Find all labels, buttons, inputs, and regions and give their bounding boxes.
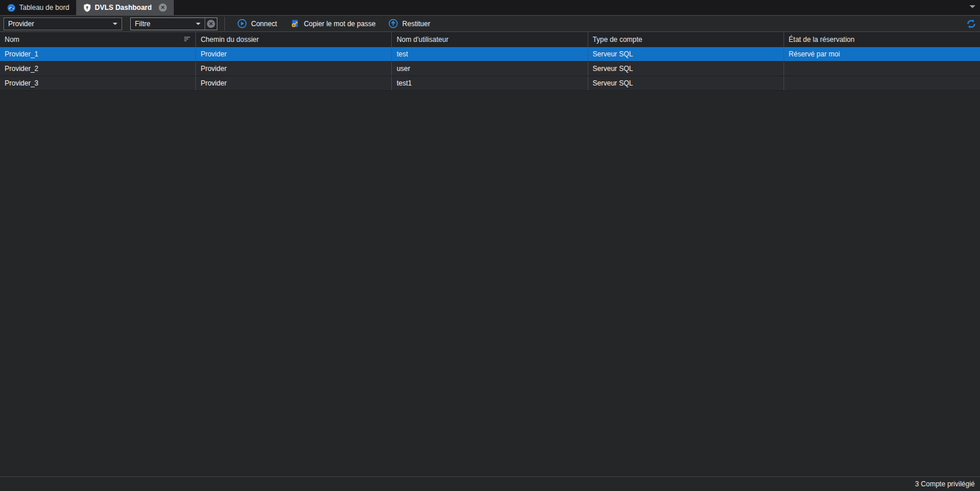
cell-nom: Provider_1 <box>0 47 196 61</box>
table-header: Nom Chemin du dossier Nom d'utilisateur … <box>0 32 980 47</box>
cell-type: Serveur SQL <box>588 62 784 76</box>
clear-icon[interactable]: ✕ <box>207 20 215 28</box>
cell-utilisateur: test <box>392 47 588 61</box>
toolbar: Provider Filtre ✕ Connect <box>0 15 980 32</box>
tab-tableau-de-bord[interactable]: Tableau de bord <box>0 0 76 15</box>
table-row[interactable]: Provider_1ProvidertestServeur SQLRéservé… <box>0 47 980 62</box>
checkin-label: Restituer <box>402 20 430 28</box>
refresh-icon[interactable] <box>966 19 977 29</box>
copy-password-button[interactable]: Copier le mot de passe <box>284 16 382 31</box>
chevron-down-icon <box>113 23 117 25</box>
sort-ascending-icon <box>184 35 191 44</box>
status-bar: 3 Compte privilégié <box>0 476 980 491</box>
connect-play-icon <box>237 19 247 29</box>
filter-combobox[interactable]: Filtre ✕ <box>130 17 217 30</box>
dashboard-icon <box>7 3 16 12</box>
copy-password-key-icon <box>290 19 300 29</box>
provider-dropdown-value: Provider <box>4 20 109 28</box>
chevron-down-icon <box>196 23 201 25</box>
cell-utilisateur: user <box>392 62 588 76</box>
table-row[interactable]: Provider_2ProvideruserServeur SQL <box>0 62 980 76</box>
cell-type: Serveur SQL <box>588 76 784 90</box>
filter-clear-cell: ✕ <box>205 18 217 30</box>
filter-input-value: Filtre <box>131 20 192 28</box>
cell-nom: Provider_3 <box>0 76 196 90</box>
tab-bar: Tableau de bord DVLS Dashboard ✕ <box>0 0 980 15</box>
column-header-nom[interactable]: Nom <box>0 32 196 47</box>
table-rows: Provider_1ProvidertestServeur SQLRéservé… <box>0 47 980 91</box>
copy-password-label: Copier le mot de passe <box>304 20 375 28</box>
table-row[interactable]: Provider_3Providertest1Serveur SQL <box>0 76 980 91</box>
checkin-button[interactable]: Restituer <box>382 16 437 31</box>
tab-label: DVLS Dashboard <box>95 3 152 12</box>
provider-dropdown[interactable]: Provider <box>3 17 122 30</box>
cell-etat <box>784 62 980 76</box>
connect-button[interactable]: Connect <box>231 16 284 31</box>
cell-type: Serveur SQL <box>588 47 784 61</box>
checkin-arrow-icon <box>388 19 398 29</box>
cell-nom: Provider_2 <box>0 62 196 76</box>
chevron-down-icon[interactable] <box>970 5 975 8</box>
column-header-chemin[interactable]: Chemin du dossier <box>196 32 392 47</box>
shield-icon <box>83 3 91 12</box>
connect-label: Connect <box>251 20 277 28</box>
table-empty-area <box>0 91 980 476</box>
privileged-account-count: 3 Compte privilégié <box>915 480 975 488</box>
cell-etat <box>784 76 980 90</box>
cell-chemin: Provider <box>196 62 392 76</box>
column-header-etat[interactable]: État de la réservation <box>784 32 980 47</box>
close-icon[interactable]: ✕ <box>159 3 167 12</box>
tab-label: Tableau de bord <box>19 3 69 12</box>
cell-chemin: Provider <box>196 47 392 61</box>
column-header-utilisateur[interactable]: Nom d'utilisateur <box>392 32 588 47</box>
accounts-table: Nom Chemin du dossier Nom d'utilisateur … <box>0 32 980 476</box>
tab-dvls-dashboard[interactable]: DVLS Dashboard ✕ <box>76 0 174 15</box>
cell-etat: Réservé par moi <box>784 47 980 61</box>
toolbar-separator <box>224 17 225 31</box>
column-header-type[interactable]: Type de compte <box>588 32 784 47</box>
cell-chemin: Provider <box>196 76 392 90</box>
cell-utilisateur: test1 <box>392 76 588 90</box>
